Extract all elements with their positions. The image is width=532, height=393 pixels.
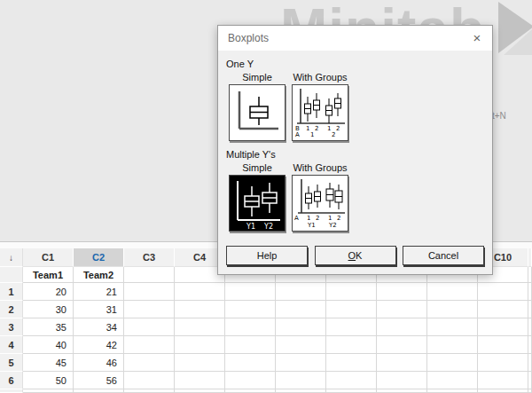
data-cell[interactable] — [326, 301, 377, 318]
data-cell-sliver — [74, 389, 124, 393]
data-cell[interactable] — [225, 354, 276, 372]
cancel-button[interactable]: Cancel — [403, 246, 484, 265]
data-cell[interactable] — [427, 354, 478, 372]
data-cell[interactable]: 40 — [23, 336, 74, 354]
ok-button[interactable]: OK — [315, 246, 396, 265]
data-cell[interactable] — [427, 372, 478, 389]
data-cell-sliver — [23, 389, 74, 393]
row-header-5[interactable]: 5 — [0, 354, 23, 372]
data-cell[interactable] — [225, 372, 276, 389]
data-cell[interactable] — [326, 318, 377, 336]
data-cell[interactable] — [326, 283, 377, 301]
data-cell[interactable] — [377, 283, 427, 301]
boxplot-multi-groups-icon: A 1 2 1 2 Y1 Y2 — [293, 176, 348, 231]
data-cell-filler — [528, 336, 532, 354]
column-header-c1[interactable]: C1 — [23, 248, 74, 267]
column-header-c2[interactable]: C2 — [74, 248, 124, 267]
data-cell[interactable] — [225, 283, 276, 301]
name-cell-1[interactable]: Team1 — [23, 267, 74, 283]
data-cell[interactable]: 56 — [74, 372, 124, 389]
data-cell[interactable]: 31 — [74, 301, 124, 318]
data-cell[interactable] — [175, 372, 225, 389]
data-cell[interactable] — [478, 336, 528, 354]
row-header-1[interactable]: 1 — [0, 283, 23, 301]
data-cell[interactable] — [427, 336, 478, 354]
name-cell-filler — [528, 267, 532, 283]
column-header-filler — [528, 248, 532, 267]
data-cell[interactable] — [124, 372, 175, 389]
data-cell[interactable] — [175, 283, 225, 301]
data-cell[interactable]: 50 — [23, 372, 74, 389]
menu-shortcut-fragment: t+N — [492, 111, 506, 121]
data-cell[interactable] — [427, 301, 478, 318]
svg-text:A: A — [295, 131, 300, 138]
svg-text:1: 1 — [327, 125, 331, 132]
data-cell[interactable] — [124, 283, 175, 301]
data-cell[interactable] — [377, 372, 427, 389]
data-cell[interactable]: 46 — [74, 354, 124, 372]
row-header-4[interactable]: 4 — [0, 336, 23, 354]
data-cell[interactable]: 30 — [23, 301, 74, 318]
data-cell[interactable] — [478, 372, 528, 389]
one-y-simple: Simple — [229, 72, 286, 141]
data-cell[interactable] — [175, 301, 225, 318]
data-cell[interactable] — [175, 318, 225, 336]
one-y-simple-option[interactable] — [229, 84, 286, 141]
data-cell[interactable]: 35 — [23, 318, 74, 336]
data-cell[interactable] — [276, 372, 326, 389]
svg-text:1: 1 — [307, 215, 310, 222]
data-cell[interactable] — [326, 336, 377, 354]
data-cell[interactable] — [276, 318, 326, 336]
data-cell[interactable] — [326, 372, 377, 389]
data-cell[interactable] — [124, 336, 175, 354]
data-cell[interactable] — [377, 318, 427, 336]
svg-text:Y1: Y1 — [307, 222, 316, 229]
data-cell[interactable]: 21 — [74, 283, 124, 301]
data-cell[interactable]: 34 — [74, 318, 124, 336]
name-cell-3[interactable] — [124, 267, 175, 283]
data-cell[interactable] — [427, 318, 478, 336]
help-button[interactable]: Help — [226, 246, 308, 265]
column-header-c3[interactable]: C3 — [124, 248, 175, 267]
data-cell[interactable] — [124, 318, 175, 336]
data-cell[interactable] — [225, 318, 276, 336]
data-cell[interactable]: 20 — [23, 283, 74, 301]
data-cell[interactable] — [276, 336, 326, 354]
data-cell[interactable]: 45 — [23, 354, 74, 372]
data-cell[interactable] — [377, 354, 427, 372]
data-cell[interactable] — [478, 354, 528, 372]
data-cell[interactable]: 42 — [74, 336, 124, 354]
data-cell[interactable] — [175, 354, 225, 372]
multiple-ys-simple-option-selected[interactable]: Y1 Y2 — [229, 175, 286, 232]
data-cell-sliver — [427, 389, 478, 393]
close-icon[interactable]: × — [462, 26, 492, 51]
data-cell[interactable] — [175, 336, 225, 354]
one-y-groups-label: With Groups — [293, 72, 347, 83]
name-cell-2[interactable]: Team2 — [74, 267, 124, 283]
row-header-3[interactable]: 3 — [0, 318, 23, 336]
data-cell[interactable] — [124, 354, 175, 372]
data-cell[interactable] — [326, 354, 377, 372]
data-cell[interactable] — [276, 301, 326, 318]
multiple-ys-options: Simple Y1 Y2 — [229, 162, 484, 232]
data-cell[interactable] — [478, 318, 528, 336]
row-header-6[interactable]: 6 — [0, 372, 23, 389]
data-cell[interactable] — [225, 301, 276, 318]
multiple-ys-with-groups-option[interactable]: A 1 2 1 2 Y1 Y2 — [292, 175, 348, 232]
dialog-titlebar[interactable]: Boxplots × — [218, 26, 492, 51]
one-y-with-groups-option[interactable]: B A 1 2 1 2 1 2 — [292, 84, 348, 141]
svg-text:2: 2 — [315, 125, 318, 132]
data-cell[interactable] — [276, 283, 326, 301]
data-cell[interactable] — [377, 336, 427, 354]
select-all-corner-arrow-icon[interactable]: ↓ — [0, 248, 23, 267]
row-header-2[interactable]: 2 — [0, 301, 23, 318]
data-cell-sliver — [124, 389, 175, 393]
data-cell[interactable] — [276, 354, 326, 372]
data-cell[interactable] — [478, 301, 528, 318]
data-cell[interactable] — [377, 301, 427, 318]
data-cell[interactable] — [427, 283, 478, 301]
data-cell[interactable] — [225, 336, 276, 354]
data-cell[interactable] — [478, 283, 528, 301]
data-cell[interactable] — [124, 301, 175, 318]
multiple-ys-simple-label: Simple — [242, 162, 272, 173]
